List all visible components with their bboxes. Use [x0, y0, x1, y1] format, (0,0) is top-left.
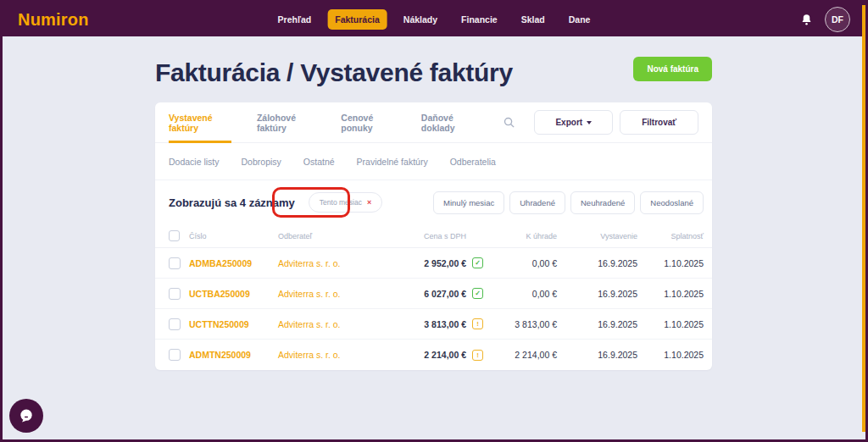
table-row: UCTTN250009 Adviterra s. r. o. 3 813,00 … [155, 309, 712, 340]
page-title: Fakturácia / Vystavené faktúry [155, 58, 513, 87]
col-cislo: Číslo [189, 232, 278, 240]
issue-date: 16.9.2025 [557, 289, 637, 299]
col-k-uhrade: K úhrade [485, 232, 557, 240]
issue-date: 16.9.2025 [557, 350, 637, 360]
row-checkbox[interactable] [169, 318, 181, 330]
table-row: ADMBA250009 Adviterra s. r. o. 2 952,00 … [155, 248, 712, 279]
table-row: ADMTN250009 Adviterra s. r. o. 2 214,00 … [155, 340, 712, 370]
scrollbar-thumb[interactable] [862, 5, 865, 432]
main-nav: Prehľad Fakturácia Náklady Financie Skla… [270, 3, 598, 36]
select-all-checkbox[interactable] [169, 230, 180, 241]
quick-filter-uhradene[interactable]: Uhradené [509, 191, 565, 214]
customer-link[interactable]: Adviterra s. r. o. [278, 350, 386, 360]
tab-dodacie-listy[interactable]: Dodacie listy [169, 157, 220, 167]
invoices-card: Vystavené faktúry Zálohové faktúry Cenov… [155, 102, 712, 370]
topbar: Numiron Prehľad Fakturácia Náklady Finan… [3, 3, 865, 36]
app-logo[interactable]: Numiron [18, 10, 89, 30]
active-filter-chip[interactable]: Tento mesiac × [309, 192, 382, 213]
search-icon[interactable] [503, 116, 515, 130]
due-date: 1.10.2025 [637, 319, 704, 329]
invoice-number-link[interactable]: ADMTN250009 [189, 350, 278, 360]
col-splatnost: Splatnosť [637, 232, 704, 240]
quick-filter-neuhradene[interactable]: Neuhradené [570, 191, 635, 214]
row-checkbox[interactable] [169, 257, 181, 269]
amount-to-pay: 0,00 € [485, 289, 557, 299]
export-label: Export [555, 118, 582, 127]
col-odberatel: Odberateľ [278, 232, 386, 240]
customer-link[interactable]: Adviterra s. r. o. [278, 289, 386, 299]
notifications-bell-icon[interactable] [799, 13, 813, 26]
tab-vystavene-faktury[interactable]: Vystavené faktúry [169, 102, 231, 142]
issue-date: 16.9.2025 [557, 258, 637, 268]
tab-odberatelia[interactable]: Odberatelia [450, 157, 496, 167]
new-invoice-button[interactable]: Nová faktúra [633, 57, 712, 81]
tab-danove-doklady[interactable]: Daňové doklady [421, 102, 478, 142]
table-row: UCTBA250009 Adviterra s. r. o. 6 027,00 … [155, 279, 712, 309]
filter-button[interactable]: Filtrovať [620, 110, 698, 135]
due-date: 1.10.2025 [637, 350, 704, 360]
nav-item-naklady[interactable]: Náklady [396, 9, 445, 30]
quick-filter-minuly-mesiac[interactable]: Minulý mesiac [433, 191, 504, 214]
invoice-number-link[interactable]: UCTBA250009 [189, 289, 278, 299]
col-vystavenie: Vystavenie [557, 232, 637, 240]
chevron-down-icon [587, 121, 592, 124]
amount-to-pay: 2 214,00 € [485, 350, 557, 360]
tab-ostatne[interactable]: Ostatné [303, 157, 335, 167]
amount-to-pay: 0,00 € [485, 258, 557, 268]
chip-label: Tento mesiac [320, 198, 362, 207]
customer-link[interactable]: Adviterra s. r. o. [278, 258, 386, 268]
status-unpaid-icon: ! [472, 318, 483, 329]
nav-item-dane[interactable]: Dane [561, 9, 598, 30]
status-paid-icon: ✓ [472, 288, 483, 299]
tab-zalohove-faktury[interactable]: Zálohové faktúry [257, 102, 315, 142]
nav-item-sklad[interactable]: Sklad [514, 9, 553, 30]
price-with-vat: 2 214,00 € [386, 350, 466, 360]
invoice-number-link[interactable]: ADMBA250009 [189, 258, 278, 268]
price-with-vat: 2 952,00 € [386, 258, 466, 268]
chip-close-icon[interactable]: × [367, 198, 371, 207]
nav-item-financie[interactable]: Financie [453, 9, 505, 30]
price-with-vat: 6 027,00 € [386, 289, 466, 299]
row-checkbox[interactable] [169, 349, 181, 361]
issue-date: 16.9.2025 [557, 319, 637, 329]
nav-item-fakturacia[interactable]: Fakturácia [327, 9, 387, 30]
nav-item-prehlad[interactable]: Prehľad [270, 9, 320, 30]
col-cena-s-dph: Cena s DPH [386, 232, 466, 240]
amount-to-pay: 3 813,00 € [485, 319, 557, 329]
tab-dobropisy[interactable]: Dobropisy [242, 157, 281, 167]
status-paid-icon: ✓ [472, 257, 483, 268]
invoice-number-link[interactable]: UCTTN250009 [189, 319, 278, 329]
tab-pravidelne-faktury[interactable]: Pravidelné faktúry [357, 157, 428, 167]
price-with-vat: 3 813,00 € [386, 319, 466, 329]
customer-link[interactable]: Adviterra s. r. o. [278, 319, 386, 329]
chat-widget-button[interactable] [9, 399, 43, 433]
due-date: 1.10.2025 [637, 258, 704, 268]
user-avatar[interactable]: DF [825, 7, 850, 32]
quick-filter-neodoslane[interactable]: Neodoslané [640, 191, 704, 214]
export-button[interactable]: Export [534, 110, 613, 135]
tab-cenove-ponuky[interactable]: Cenové ponuky [341, 102, 396, 142]
status-unpaid-icon: ! [472, 350, 483, 361]
records-count-text: Zobrazujú sa 4 záznamy [169, 196, 295, 209]
due-date: 1.10.2025 [637, 289, 704, 299]
row-checkbox[interactable] [169, 288, 181, 300]
